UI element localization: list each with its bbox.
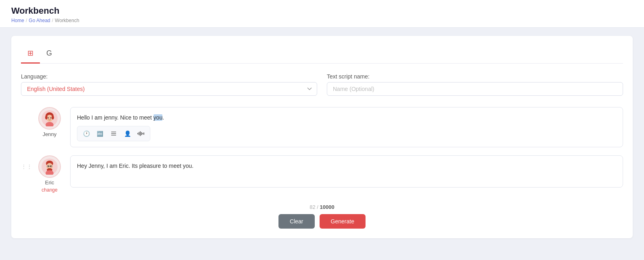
jenny-message-text: Hello I am jenny. Nice to meet you.	[77, 113, 616, 122]
g-icon: G	[46, 49, 52, 58]
language-group: Language: English (United States) Spanis…	[21, 73, 317, 96]
svg-rect-13	[139, 132, 139, 135]
toolbar-wave-btn[interactable]	[135, 128, 147, 139]
script-label: Text script name:	[327, 73, 623, 80]
svg-rect-12	[137, 133, 138, 134]
svg-rect-14	[140, 131, 141, 136]
list-icon	[110, 130, 117, 137]
svg-rect-9	[111, 132, 116, 132]
form-row: Language: English (United States) Spanis…	[21, 73, 623, 96]
script-name-input[interactable]	[327, 82, 623, 96]
clear-button[interactable]: Clear	[278, 214, 314, 229]
avatar-area-jenny: Jenny	[35, 107, 64, 137]
jenny-name: Jenny	[43, 131, 57, 137]
svg-rect-15	[141, 132, 142, 135]
svg-point-23	[50, 166, 51, 167]
jenny-avatar-svg	[42, 110, 58, 126]
translate-icon: 🔤	[97, 130, 103, 137]
svg-point-6	[50, 118, 51, 118]
svg-point-22	[48, 166, 49, 167]
svg-point-3	[45, 116, 48, 120]
action-buttons: Clear Generate	[278, 214, 366, 229]
message-row-jenny: Jenny Hello I am jenny. Nice to meet you…	[21, 107, 623, 147]
breadcrumb-goahead[interactable]: Go Ahead	[29, 18, 50, 23]
breadcrumb-home[interactable]: Home	[11, 18, 24, 23]
svg-text:🔤: 🔤	[97, 130, 103, 137]
toolbar-translate-btn[interactable]: 🔤	[94, 128, 106, 139]
drag-handle-eric[interactable]: ⋮⋮	[21, 155, 29, 170]
avatar-area-eric: Eric change	[35, 155, 64, 193]
language-select[interactable]: English (United States) Spanish French G…	[21, 82, 317, 96]
svg-rect-11	[111, 135, 116, 136]
eric-avatar-svg	[42, 159, 58, 175]
counter-max: 10000	[320, 204, 334, 210]
jenny-text-after: .	[162, 114, 164, 121]
toolbar-user-btn[interactable]: 👤	[122, 128, 133, 139]
tabs: ⊞ G	[21, 45, 623, 64]
svg-rect-16	[142, 133, 143, 134]
svg-rect-10	[111, 133, 116, 134]
jenny-text-before: Hello I am jenny. Nice to meet	[77, 114, 154, 121]
eric-change-btn[interactable]: change	[42, 187, 57, 193]
message-row-eric: ⋮⋮	[21, 155, 623, 193]
top-bar: Workbench Home / Go Ahead / Workbench	[0, 0, 644, 28]
message-box-eric[interactable]: Hey Jenny, I am Eric. Its pleasure to me…	[70, 155, 623, 188]
main-content: ⊞ G Language: English (United States) Sp…	[0, 28, 644, 246]
tab-g[interactable]: G	[40, 45, 58, 64]
svg-point-4	[52, 116, 54, 120]
counter-current: 82	[310, 204, 315, 210]
toolbar-list-btn[interactable]	[108, 128, 119, 139]
language-label: Language:	[21, 73, 317, 80]
svg-point-5	[48, 118, 49, 118]
eric-message-text: Hey Jenny, I am Eric. Its pleasure to me…	[77, 161, 616, 170]
counter-area: 82 / 10000 Clear Generate	[21, 204, 623, 229]
toolbar-clock-btn[interactable]: 🕐	[81, 128, 92, 139]
counter-separator: /	[317, 204, 320, 210]
conversation-area: Jenny Hello I am jenny. Nice to meet you…	[21, 107, 623, 193]
counter-text: 82 / 10000	[310, 204, 334, 210]
grid-icon: ⊞	[27, 49, 33, 58]
script-group: Text script name:	[327, 73, 623, 96]
svg-rect-17	[143, 132, 144, 135]
tab-grid[interactable]: ⊞	[21, 45, 40, 64]
jenny-toolbar: 🕐 🔤 👤	[77, 126, 150, 141]
breadcrumb: Home / Go Ahead / Workbench	[11, 18, 633, 23]
jenny-text-highlight: you	[154, 114, 163, 121]
avatar-eric	[38, 155, 61, 178]
avatar-jenny	[38, 107, 61, 130]
generate-button[interactable]: Generate	[320, 214, 366, 229]
breadcrumb-current: Workbench	[55, 18, 79, 23]
eric-name: Eric	[45, 180, 54, 186]
card: ⊞ G Language: English (United States) Sp…	[11, 36, 633, 238]
message-box-jenny: Hello I am jenny. Nice to meet you. 🕐 🔤 …	[70, 107, 623, 147]
waveform-icon	[137, 131, 145, 136]
page-title: Workbench	[11, 6, 633, 16]
